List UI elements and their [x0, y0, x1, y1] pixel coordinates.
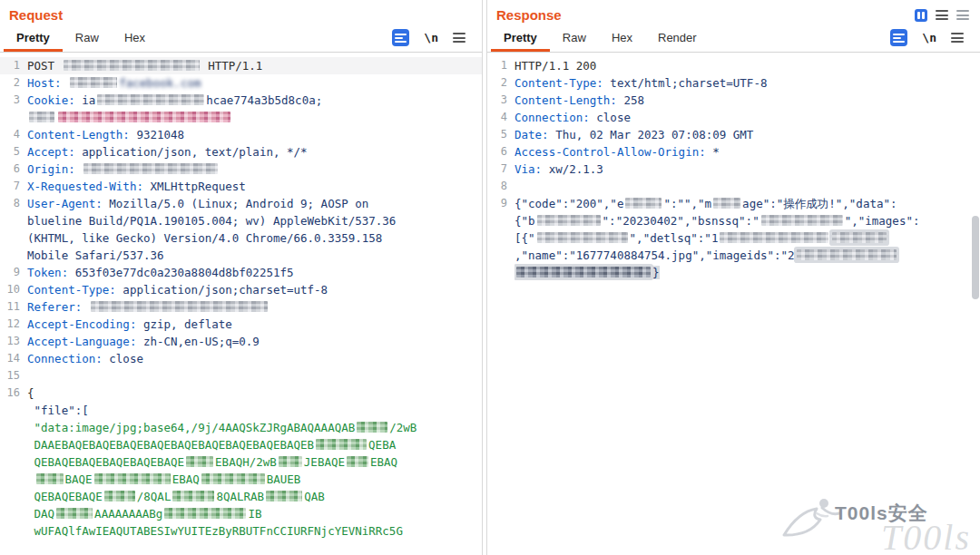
code-text: Accept-Language:: [27, 335, 143, 348]
code-line: 4Connection: close: [487, 109, 980, 126]
redaction-block: [172, 491, 214, 501]
tab-pretty[interactable]: Pretty: [4, 25, 63, 52]
line-number: 3: [0, 92, 27, 109]
code-text: text/html;charset=UTF-8: [610, 76, 767, 90]
line-number: 15: [0, 367, 27, 385]
code-text: Accept:: [27, 145, 82, 159]
code-text: "data:image/jpg;base64,/9j/4AAQSkZJRgABA…: [27, 421, 355, 434]
code-line: (KHTML, like Gecko) Version/4.0 Chrome/6…: [0, 229, 482, 247]
line-number: 8: [487, 178, 514, 195]
code-text: Content-Type:: [27, 283, 122, 297]
code-text: *: [712, 145, 720, 159]
line-number: [0, 488, 27, 505]
code-line: 8User-Agent: Mozilla/5.0 (Linux; Android…: [0, 195, 482, 212]
code-line: 5Accept: application/json, text/plain, *…: [0, 143, 482, 161]
response-editor[interactable]: 1HTTP/1.1 2002Content-Type: text/html;ch…: [487, 53, 980, 281]
code-line: 6Origin:: [0, 161, 482, 178]
code-text: Content-Length:: [27, 128, 136, 141]
code-text: JEBAQE: [304, 455, 345, 469]
scrollbar-thumb[interactable]: [972, 216, 979, 299]
code-text: Referer:: [27, 300, 89, 314]
code-text: EBAQH/2wB: [215, 455, 277, 469]
line-number: [0, 247, 27, 264]
code-text: ,"name":"1677740884754.jpg","imageids":"…: [514, 248, 795, 262]
line-number: 2: [487, 74, 514, 92]
tab-hex[interactable]: Hex: [112, 25, 158, 52]
tab-hex[interactable]: Hex: [599, 25, 645, 52]
code-line: 5Date: Thu, 02 Mar 2023 07:08:09 GMT: [487, 126, 980, 143]
code-text: 8QALRAB: [216, 490, 264, 503]
code-line: 15: [0, 367, 482, 385]
line-number: [0, 109, 27, 126]
tab-render[interactable]: Render: [645, 25, 710, 52]
code-text: {: [27, 386, 34, 400]
code-line: 3Content-Length: 258: [487, 92, 980, 109]
line-number: 10: [0, 281, 27, 298]
code-text: QEBAQEBAQEBAQEBAQEBAQE: [27, 455, 184, 469]
code-text: (KHTML, like Gecko) Version/4.0 Chrome/6…: [27, 231, 382, 245]
code-line: QEBAQEBAQEBAQEBAQEBAQEEBAQH/2wBJEBAQEEBA…: [0, 453, 482, 471]
code-line: 8: [487, 178, 980, 195]
redaction-block: [104, 491, 135, 501]
code-text: Mozilla/5.0 (Linux; Android 9; AOSP on: [109, 197, 368, 210]
pretty-print-icon[interactable]: [392, 29, 409, 46]
code-line: 7X-Requested-With: XMLHttpRequest: [0, 178, 482, 195]
editor-menu-icon[interactable]: [951, 33, 964, 43]
line-number: 9: [487, 195, 514, 212]
code-text: age":"操作成功!","data":: [742, 197, 897, 210]
pretty-print-icon[interactable]: [890, 29, 907, 46]
code-text: BAUEB: [267, 472, 301, 486]
code-text: HTTP/1.1 200: [514, 59, 596, 73]
code-text: }: [652, 266, 660, 279]
line-number: [487, 247, 514, 264]
code-text: Access-Control-Allow-Origin:: [514, 145, 712, 159]
newline-icon[interactable]: \n: [922, 31, 936, 44]
code-text: IB: [248, 507, 261, 521]
code-text: ia: [82, 93, 95, 107]
code-text: DAQ: [27, 507, 54, 521]
tab-raw[interactable]: Raw: [550, 25, 599, 52]
code-text: Via:: [514, 162, 549, 176]
response-panel: Response PrettyRawHexRender \n 1HTTP/1.1…: [486, 0, 980, 555]
redaction-block: [537, 232, 628, 243]
line-number: 11: [0, 298, 27, 316]
code-text: BAQE: [65, 472, 93, 486]
code-line: 12Accept-Encoding: gzip, deflate: [0, 316, 482, 333]
code-line: DAAEBAQEBAQEBAQEBAQEBAQEBAQEBAQEBAQEBAQE…: [0, 436, 482, 453]
dock-right-icon[interactable]: [915, 9, 927, 22]
code-text: xw/2.1.3: [549, 162, 603, 176]
code-text: "file":[: [27, 404, 89, 417]
code-text: facebook.com: [119, 76, 201, 90]
window-menu-icon[interactable]: [956, 10, 969, 20]
redaction-block: [316, 439, 367, 450]
code-line: 7Via: xw/2.1.3: [487, 161, 980, 178]
code-text: hcae774a3b5d8c0a;: [206, 93, 322, 107]
line-number: 13: [0, 333, 27, 350]
panel-menu-icon[interactable]: [936, 10, 948, 20]
tab-raw[interactable]: Raw: [63, 25, 112, 52]
code-text: close: [109, 352, 143, 365]
line-number: [0, 419, 27, 436]
code-text: [27, 472, 34, 486]
response-title: Response: [496, 7, 562, 23]
request-editor[interactable]: 1POST HTTP/1.12Host: facebook.com3Cookie…: [0, 53, 482, 540]
line-number: 4: [487, 109, 514, 126]
code-text: {"b: [514, 214, 535, 228]
code-text: 9321048: [136, 128, 184, 141]
code-line: DAQAAAAAAAABgIB: [0, 505, 482, 522]
redaction-block: [91, 301, 268, 312]
code-text: Cookie:: [27, 93, 82, 107]
code-line: QEBAQEBAQE/8QAL8QALRABQAB: [0, 488, 482, 505]
newline-icon[interactable]: \n: [424, 31, 438, 44]
line-number: 8: [0, 195, 27, 212]
redaction-block: [537, 215, 601, 226]
code-line: 1HTTP/1.1 200: [487, 57, 980, 74]
editor-menu-icon[interactable]: [453, 33, 466, 43]
code-text: zh-CN,en-US;q=0.9: [143, 335, 260, 348]
tab-pretty[interactable]: Pretty: [491, 25, 550, 52]
code-text: wUFAQlfAwIEAQUTABESIwYUITEzByRBUTFnCCIUR…: [27, 524, 403, 538]
code-text: /8QAL: [137, 490, 172, 503]
code-text: Token:: [27, 266, 75, 279]
redaction-block: [36, 473, 64, 484]
line-number: [487, 264, 514, 281]
